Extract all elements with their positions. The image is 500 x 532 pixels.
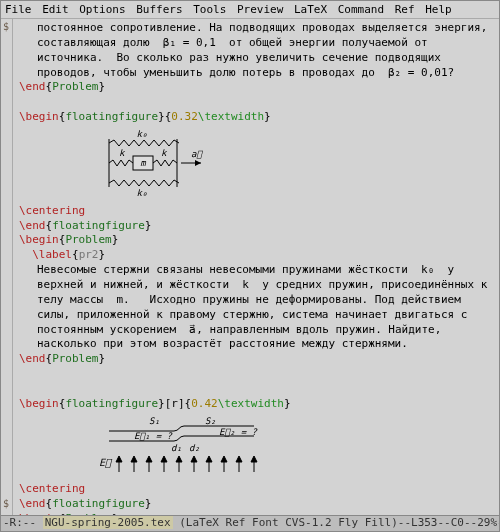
modeline-status: (LaTeX Ref Font CVS-1.2 Fly Fill)--L353-…	[173, 516, 499, 529]
menu-buffers[interactable]: Buffers	[136, 3, 182, 16]
menu-ref[interactable]: Ref	[395, 3, 415, 16]
modeline-flags: -R:--	[3, 516, 43, 529]
menu-options[interactable]: Options	[79, 3, 125, 16]
fig2-E2: E⃗₂ = ?	[219, 427, 259, 437]
buffer-filename: NGU-spring-2005.tex	[43, 516, 173, 529]
fig2-E: E⃗	[99, 457, 113, 468]
svg-marker-24	[251, 456, 257, 462]
cmd-end: \end	[19, 352, 46, 365]
svg-marker-22	[236, 456, 242, 462]
overflow-marker-icon: $	[1, 498, 12, 509]
menu-file[interactable]: File	[5, 3, 32, 16]
fig2-S1: S₁	[149, 416, 160, 426]
fig2-E1: E⃗₁ = ?	[134, 431, 174, 441]
cmd-textwidth: \textwidth	[218, 397, 284, 410]
cmd-begin: \begin	[19, 397, 59, 410]
menu-edit[interactable]: Edit	[42, 3, 69, 16]
fig2-d2: d₂	[189, 443, 200, 453]
env-floatingfigure: floatingfigure	[52, 219, 145, 232]
fig1-k-right: k	[161, 148, 168, 158]
menu-tools[interactable]: Tools	[193, 3, 226, 16]
env-problem: Problem	[52, 352, 98, 365]
ff2-width: 0.42	[191, 397, 218, 410]
cmd-end: \end	[19, 497, 46, 510]
env-problem: Problem	[65, 233, 111, 246]
svg-marker-4	[195, 160, 201, 166]
menu-help[interactable]: Help	[425, 3, 452, 16]
cmd-end: \end	[19, 80, 46, 93]
menu-preview[interactable]: Preview	[237, 3, 283, 16]
svg-marker-14	[176, 456, 182, 462]
fig1-k-left: k	[119, 148, 126, 158]
env-floatingfigure: floatingfigure	[65, 397, 158, 410]
editor-frame: $ $ постоянное сопротивление. На подводя…	[1, 19, 499, 515]
fig1-a: a⃗	[191, 149, 203, 159]
svg-marker-18	[206, 456, 212, 462]
cmd-centering: \centering	[19, 204, 85, 217]
fig1-k0-top: k₀	[137, 129, 148, 139]
env-problem: Problem	[65, 512, 111, 515]
cmd-textwidth: \textwidth	[198, 110, 264, 123]
paragraph-pr2: Невесомые стержни связаны невесомыми пру…	[19, 263, 495, 352]
fig1-k0-bot: k₀	[137, 188, 148, 197]
cmd-begin: \begin	[19, 512, 59, 515]
fig2-S2: S₂	[205, 416, 216, 426]
svg-marker-16	[191, 456, 197, 462]
cmd-begin: \begin	[19, 233, 59, 246]
svg-marker-8	[131, 456, 137, 462]
env-floatingfigure: floatingfigure	[52, 497, 145, 510]
overflow-marker-icon: $	[1, 21, 12, 32]
svg-marker-20	[221, 456, 227, 462]
paragraph-pr1-tail: постоянное сопротивление. На подводящих …	[19, 21, 495, 80]
ff1-width: 0.32	[171, 110, 198, 123]
label-pr2: pr2	[79, 248, 99, 261]
cmd-end: \end	[19, 219, 46, 232]
svg-marker-10	[146, 456, 152, 462]
text-buffer[interactable]: постоянное сопротивление. На подводящих …	[13, 19, 499, 515]
figure-plates: S₁ S₂ E⃗₁ = ? E⃗₂ = ? d₁ d₂ E⃗	[79, 416, 269, 476]
env-problem: Problem	[52, 80, 98, 93]
svg-marker-12	[161, 456, 167, 462]
mode-line: -R:-- NGU-spring-2005.tex (LaTeX Ref Fon…	[1, 515, 499, 531]
figure-springs: k₀ k k m a⃗ k₀	[79, 129, 209, 197]
ff2-opt: [r]	[165, 397, 185, 410]
svg-marker-6	[116, 456, 122, 462]
left-margin: $ $	[1, 19, 13, 515]
cmd-centering: \centering	[19, 482, 85, 495]
cmd-begin: \begin	[19, 110, 59, 123]
menu-latex[interactable]: LaTeX	[294, 3, 327, 16]
env-floatingfigure: floatingfigure	[65, 110, 158, 123]
cmd-label: \label	[32, 248, 72, 261]
fig2-d1: d₁	[171, 443, 182, 453]
menu-command[interactable]: Command	[338, 3, 384, 16]
menu-bar: File Edit Options Buffers Tools Preview …	[1, 1, 499, 19]
